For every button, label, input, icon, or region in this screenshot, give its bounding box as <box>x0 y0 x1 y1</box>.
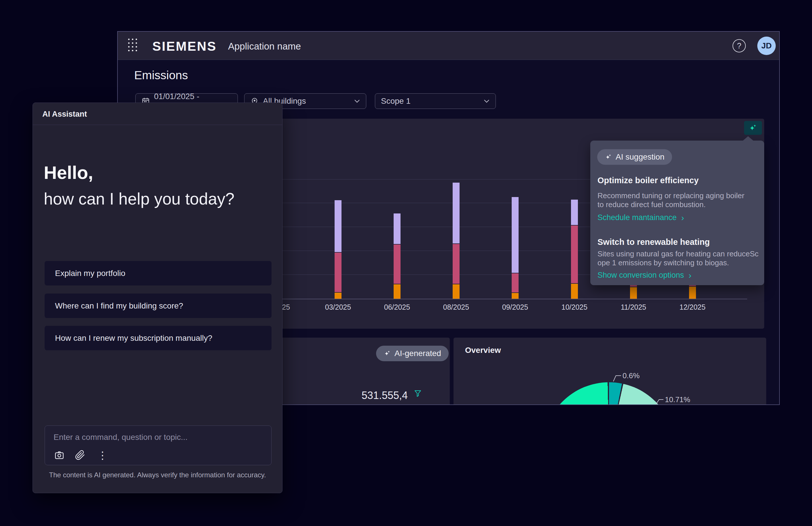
ai-suggestion-badge: AI suggestion <box>597 149 672 165</box>
ai-assistant-title: AI Assistant <box>42 110 87 119</box>
bar-segment-orange <box>394 284 401 299</box>
bar-segment-orange <box>630 287 637 299</box>
sparkle-icon <box>383 350 391 357</box>
page-title: Emissions <box>134 69 188 82</box>
ai-assistant-header: AI Assistant <box>33 103 282 125</box>
popup-caret <box>743 136 754 141</box>
ai-assistant-dialog: AI Assistant Hello, how can I help you t… <box>32 102 282 493</box>
help-icon[interactable]: ? <box>733 39 746 53</box>
suggestion-2-body: Sites using natural gas for heating can … <box>597 250 758 267</box>
scope-filter[interactable]: Scope 1 <box>375 93 496 109</box>
x-axis-label: 12/2025 <box>672 303 713 311</box>
chevron-right-icon: › <box>681 214 684 222</box>
app-header: SIEMENS Application name ? JD <box>118 32 779 60</box>
callout-leader-line <box>613 375 621 381</box>
bar-segment-pink <box>394 244 401 284</box>
bar-segment-orange <box>335 292 342 299</box>
suggestion-building-score[interactable]: Where can I find my building score? <box>45 294 272 318</box>
ai-generated-label: AI-generated <box>394 349 441 358</box>
greeting-line-1: Hello, <box>44 162 93 183</box>
app-launcher-icon[interactable] <box>128 39 141 54</box>
x-axis-label: 08/2025 <box>436 303 476 311</box>
application-name: Application name <box>228 41 301 52</box>
filter-funnel-icon[interactable] <box>414 389 422 398</box>
bar-segment-lavender <box>512 197 519 273</box>
scope-value: Scope 1 <box>381 97 479 106</box>
callout-label: 0.6% <box>623 371 639 380</box>
bar-segment-orange <box>571 283 578 299</box>
suggestion-1-body: Recommend tuning or replacing aging boil… <box>597 191 744 209</box>
bar-segment-orange <box>512 293 519 299</box>
x-axis-label: 03/2025 <box>318 303 358 311</box>
ai-suggestion-label: AI suggestion <box>615 152 665 161</box>
callout-label: 10.71% <box>665 395 690 404</box>
suggestion-explain-portfolio[interactable]: Explain my portfolio <box>45 261 272 285</box>
bar-segment-lavender <box>571 199 578 225</box>
bar-segment-lavender <box>453 182 460 243</box>
ai-suggestion-popup: AI suggestion Optimize boiler efficiency… <box>590 141 764 285</box>
avatar[interactable]: JD <box>757 37 776 55</box>
bar-segment-pink <box>453 243 460 284</box>
callout-leader-line <box>655 400 664 405</box>
greeting-line-2: how can I help you today? <box>44 189 234 208</box>
bar-segment-lavender <box>335 200 342 252</box>
x-axis-label: 11/2025 <box>613 303 654 311</box>
show-conversion-options-link[interactable]: Show conversion options› <box>597 271 691 280</box>
attachment-icon[interactable] <box>75 450 85 460</box>
x-axis-label: 10/2025 <box>554 303 595 311</box>
ai-generated-badge: AI-generated <box>376 346 449 361</box>
bar-segment-lavender <box>394 213 401 244</box>
bar-segment-orange <box>453 284 460 299</box>
sparkle-icon <box>748 123 758 132</box>
command-input[interactable] <box>54 431 261 444</box>
sparkle-icon <box>605 153 612 161</box>
bar-segment-pink <box>335 252 342 292</box>
bar-segment-orange <box>689 286 696 299</box>
kebab-menu-icon[interactable]: ⋮ <box>97 450 108 461</box>
bar-segment-pink <box>512 273 519 293</box>
x-axis-label: 06/2025 <box>377 303 417 311</box>
chevron-right-icon: › <box>688 272 691 279</box>
kpi-value: 531.555,4 <box>355 389 408 401</box>
donut-hole <box>566 405 652 405</box>
schedule-maintenance-link[interactable]: Schedule mantainance› <box>597 213 684 222</box>
x-axis-label: 09/2025 <box>495 303 535 311</box>
command-input-box[interactable]: ⋮ <box>45 425 272 465</box>
donut-callouts: 0.6%10.71% <box>453 338 766 405</box>
chevron-down-icon <box>354 99 360 103</box>
ai-suggestion-toggle-button[interactable] <box>744 121 762 135</box>
suggestion-1-title: Optimize boiler efficiency <box>597 176 698 185</box>
overview-card: Overview 0.6%10.71% <box>453 338 766 405</box>
camera-icon[interactable] <box>54 450 64 460</box>
suggestion-renew-subscription[interactable]: How can I renew my subscription manually… <box>45 326 272 350</box>
chevron-down-icon <box>483 99 490 103</box>
suggestion-2-title: Switch to renewable heating <box>597 237 710 247</box>
bar-segment-pink <box>571 225 578 283</box>
siemens-logo: SIEMENS <box>152 39 217 54</box>
ai-disclaimer: The content is AI generated. Always veri… <box>33 471 282 479</box>
